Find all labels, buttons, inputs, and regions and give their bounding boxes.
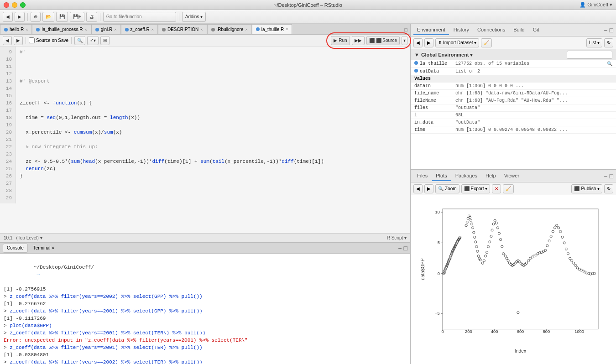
tab-environment[interactable]: Environment xyxy=(413,25,449,35)
continue-button[interactable]: ▶▶ xyxy=(352,36,365,45)
editor-area: hello.R × la_thuille_process.R × gini.R … xyxy=(0,24,410,243)
env-search-input[interactable] xyxy=(567,51,612,59)
export-button[interactable]: ⬛ Export ▾ xyxy=(461,184,491,193)
env-content: ▼ Global Environment ▾ la_thuille 127752… xyxy=(411,49,616,169)
tab-build[interactable]: Build xyxy=(510,25,528,35)
env-forward-button[interactable]: ▶ xyxy=(424,38,433,47)
tab-rbuildignore[interactable]: .Rbuildignore × xyxy=(207,24,252,34)
console-area: Console Terminal × − □ ~/Desktop/GiniCoe… xyxy=(0,243,410,364)
code-line: x_percentile <- cumsum(x)/sum(x) xyxy=(20,129,407,136)
save-all-button[interactable]: 💾+ xyxy=(70,12,84,22)
list-view-button[interactable]: List ▾ xyxy=(586,38,602,47)
env-object-row[interactable]: outData List of 2 xyxy=(411,68,616,75)
clear-plots-button[interactable]: 🧹 xyxy=(503,184,514,193)
tab-gini-r[interactable]: gini.R × xyxy=(91,24,121,34)
editor-forward-button[interactable]: ▶ xyxy=(14,36,23,45)
tab-description[interactable]: DESCRIPTION × xyxy=(158,24,207,34)
y-tick-neg5: −5 xyxy=(435,312,440,316)
tab-files[interactable]: Files xyxy=(413,171,431,181)
search-icon-button[interactable]: 🔍 xyxy=(74,36,85,45)
code-content[interactable]: #' #' @export z_coeff <- function(x) { t… xyxy=(16,47,410,203)
plot-back-button[interactable]: ◀ xyxy=(413,184,423,193)
editor-toolbar-sep2 xyxy=(71,37,72,44)
console-maximize-icon[interactable]: □ xyxy=(404,244,407,252)
tab-overflow-button[interactable]: □ xyxy=(292,25,410,34)
global-env-header[interactable]: ▼ Global Environment ▾ xyxy=(411,49,616,60)
env-value-row: i 68L xyxy=(411,112,616,119)
run-source-group: ▶ Run ▶▶ ⬛ ⬛ Source ▾ xyxy=(331,36,407,45)
tab-git[interactable]: Git xyxy=(529,25,543,35)
console-line: [1] -0.03804801 xyxy=(4,351,407,359)
env-values-header: Values xyxy=(411,75,616,83)
console-content[interactable]: ~/Desktop/GiniCoeff/ → [1] -0.2756915 > … xyxy=(0,254,410,364)
zoom-button[interactable]: 🔍 Zoom xyxy=(435,184,459,193)
publish-button[interactable]: ⬛ Publish ▾ xyxy=(571,184,602,193)
viewer-minimize-icon[interactable]: − xyxy=(604,172,607,180)
tab-hello-r[interactable]: hello.R × xyxy=(0,24,32,34)
forward-button[interactable]: ▶ xyxy=(15,12,25,22)
console-line: > z_coeff(data %>% filter(years==2001) %… xyxy=(4,307,407,315)
env-object-row[interactable]: la_thuille 127752 obs. of 15 variables 🔍 xyxy=(411,60,616,68)
console-path-line: ~/Desktop/GiniCoeff/ → xyxy=(4,256,407,286)
source-dropdown-button[interactable]: ▾ xyxy=(402,36,407,45)
env-minimize-icon[interactable]: − xyxy=(604,26,607,34)
back-button[interactable]: ◀ xyxy=(3,12,13,22)
code-editor[interactable]: 9101112 13141516 17181920 21222324 25262… xyxy=(0,47,410,233)
code-line: return(zc) xyxy=(20,165,407,172)
format-button[interactable]: ⊞ xyxy=(100,36,110,45)
search-in-env-icon[interactable]: 🔍 xyxy=(607,61,612,67)
tab-z-coeff-r[interactable]: z_coeff.R × xyxy=(121,24,158,34)
tab-console[interactable]: Console xyxy=(3,244,28,253)
save-button[interactable]: 💾 xyxy=(56,12,68,22)
maximize-button[interactable] xyxy=(20,2,26,8)
tab-la-thuille-process[interactable]: la_thuille_process.R × xyxy=(32,24,91,34)
go-to-file-input[interactable] xyxy=(103,12,176,22)
tab-plots[interactable]: Plots xyxy=(432,171,450,181)
env-value-row: files "outData" xyxy=(411,104,616,112)
tab-help[interactable]: Help xyxy=(482,171,500,181)
source-button[interactable]: ⬛ ⬛ Source xyxy=(366,36,400,45)
clear-env-button[interactable]: 🧹 xyxy=(481,38,492,47)
plot-forward-button[interactable]: ▶ xyxy=(424,184,433,193)
refresh-env-button[interactable]: ↻ xyxy=(604,38,613,47)
tab-connections[interactable]: Connections xyxy=(474,25,509,35)
run-button[interactable]: ▶ Run xyxy=(331,36,350,45)
code-level[interactable]: (Top Level) ▾ xyxy=(16,235,42,240)
console-minimize-icon[interactable]: − xyxy=(398,244,402,252)
script-type[interactable]: R Script ▾ xyxy=(387,235,407,240)
viewer-toolbar: ◀ ▶ 🔍 Zoom ⬛ Export ▾ ✕ 🧹 ⬛ Publish ▾ xyxy=(411,182,616,195)
delete-icon: ✕ xyxy=(495,186,498,191)
broom-icon: 🧹 xyxy=(506,186,511,191)
minimize-button[interactable] xyxy=(12,2,17,8)
code-line xyxy=(20,70,407,78)
addins-button[interactable]: Addins ▾ xyxy=(182,12,206,22)
desc-file-icon xyxy=(162,28,166,31)
env-back-button[interactable]: ◀ xyxy=(413,38,423,47)
refresh-plot-button[interactable]: ↻ xyxy=(604,184,613,193)
viewer-pane: Files Plots Packages Help Viewer − □ ◀ ▶… xyxy=(411,170,616,364)
print-button[interactable]: 🖨 xyxy=(86,12,97,22)
env-value-row: in_data "outData" xyxy=(411,119,616,126)
source-on-save-checkbox[interactable] xyxy=(29,37,35,43)
new-file-button[interactable]: ⊕ xyxy=(31,12,41,22)
editor-back-button[interactable]: ◀ xyxy=(3,36,12,45)
env-maximize-icon[interactable]: □ xyxy=(610,26,613,34)
tab-packages[interactable]: Packages xyxy=(452,171,481,181)
tab-history[interactable]: History xyxy=(450,25,473,35)
close-button[interactable] xyxy=(4,2,9,8)
viewer-maximize-icon[interactable]: □ xyxy=(610,172,613,180)
spellcheck-button[interactable]: ✓▾ xyxy=(87,36,99,45)
tab-viewer[interactable]: Viewer xyxy=(501,171,523,181)
code-area: 9101112 13141516 17181920 21222324 25262… xyxy=(0,47,410,203)
open-file-button[interactable]: 📂 xyxy=(42,12,54,22)
titlebar: ~/Desktop/GiniCoeff – RStudio 👤 GiniCoef… xyxy=(0,0,616,10)
tab-terminal[interactable]: Terminal × xyxy=(30,244,58,253)
import-dataset-button[interactable]: ⬆ Import Dataset ▾ xyxy=(435,38,479,47)
import-icon: ⬆ xyxy=(438,40,442,45)
code-line xyxy=(20,121,407,129)
tab-la-thuille-r[interactable]: la_thuille.R × xyxy=(252,24,292,34)
chevron-down-icon: ▼ xyxy=(414,52,419,57)
console-path-link-icon[interactable]: → xyxy=(34,272,40,277)
delete-plot-button[interactable]: ✕ xyxy=(492,184,501,193)
source-on-save-label: Source on Save xyxy=(29,37,68,43)
